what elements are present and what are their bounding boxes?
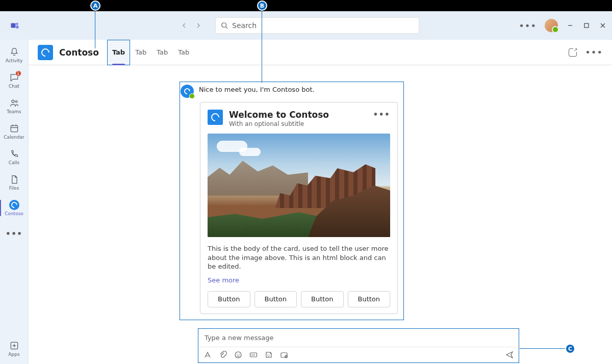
- rail-activity[interactable]: Activity: [0, 43, 29, 67]
- titlebar-more-icon[interactable]: •••: [519, 20, 537, 31]
- compose-toolbar: GIF: [198, 347, 519, 363]
- window-maximize-button[interactable]: [582, 21, 591, 30]
- emoji-icon[interactable]: [234, 351, 242, 359]
- svg-line-4: [226, 27, 228, 29]
- rail-more[interactable]: •••: [0, 221, 29, 246]
- titlebar: Search •••: [0, 11, 612, 40]
- card-button-0[interactable]: Button: [208, 291, 250, 307]
- rail-apps[interactable]: Apps: [0, 336, 29, 361]
- tab-2[interactable]: Tab: [151, 40, 173, 65]
- window-minimize-button[interactable]: [566, 21, 574, 30]
- rail-files[interactable]: Files: [0, 170, 29, 195]
- people-icon: [9, 98, 19, 108]
- app-tabs: Tab Tab Tab Tab: [107, 40, 194, 65]
- message-placeholder: Type a new message: [205, 334, 274, 342]
- app-rail: Activity 1 Chat Teams Calendar Calls Fil…: [0, 40, 29, 364]
- card-subtitle: With an optional subtitle: [229, 120, 367, 127]
- search-icon: [221, 22, 228, 29]
- card-title: Welcome to Contoso: [229, 110, 367, 120]
- svg-point-1: [16, 23, 18, 25]
- canvas: Nice to meet you, I'm Contoso bot. Welco…: [29, 65, 612, 364]
- tab-0[interactable]: Tab: [107, 40, 130, 65]
- svg-point-23: [267, 354, 268, 355]
- chat-badge: 1: [15, 70, 21, 76]
- card-button-3[interactable]: Button: [348, 291, 391, 307]
- tab-1[interactable]: Tab: [130, 40, 151, 65]
- rail-calendar[interactable]: Calendar: [0, 119, 29, 144]
- attach-icon[interactable]: [219, 351, 227, 359]
- bot-intro-text: Nice to meet you, I'm Contoso bot.: [199, 84, 315, 93]
- svg-point-20: [239, 354, 240, 355]
- svg-point-18: [235, 352, 241, 358]
- phone-icon: [9, 149, 19, 159]
- card-body-text: This is the body of the card, used to te…: [208, 244, 390, 271]
- annotation-marker-c: C: [565, 344, 575, 354]
- teams-app-icon: [5, 21, 24, 30]
- card-button-1[interactable]: Button: [254, 291, 297, 307]
- card-more-icon[interactable]: •••: [373, 110, 390, 119]
- bot-avatar-icon: [181, 85, 194, 98]
- rail-contoso[interactable]: Contoso: [0, 196, 29, 220]
- user-avatar[interactable]: [545, 19, 558, 32]
- svg-point-10: [15, 101, 17, 103]
- svg-point-9: [12, 100, 14, 102]
- rail-calls[interactable]: Calls: [0, 145, 29, 169]
- see-more-link[interactable]: See more: [208, 276, 390, 284]
- adaptive-card: Welcome to Contoso With an optional subt…: [200, 102, 398, 314]
- svg-point-3: [222, 23, 226, 28]
- app-more-icon[interactable]: •••: [585, 47, 603, 58]
- compose-box: Type a new message GIF: [198, 328, 519, 363]
- svg-text:GIF: GIF: [251, 353, 255, 356]
- ellipsis-icon: •••: [6, 229, 23, 239]
- app-logo-icon: [38, 45, 53, 60]
- app-header: Contoso Tab Tab Tab Tab •••: [29, 40, 612, 65]
- bell-icon: [9, 47, 19, 57]
- message-input[interactable]: Type a new message: [198, 328, 519, 347]
- gif-icon[interactable]: GIF: [249, 351, 258, 359]
- rail-chat[interactable]: 1 Chat: [0, 68, 29, 93]
- svg-point-19: [237, 354, 238, 355]
- search-placeholder: Search: [232, 21, 257, 30]
- svg-rect-2: [16, 25, 18, 29]
- sticker-icon[interactable]: [265, 351, 273, 359]
- card-button-2[interactable]: Button: [301, 291, 344, 307]
- svg-rect-0: [11, 23, 16, 28]
- search-input[interactable]: Search: [215, 17, 419, 34]
- window-close-button[interactable]: [599, 21, 607, 30]
- apps-icon: [9, 341, 19, 351]
- bot-message-block: Nice to meet you, I'm Contoso bot. Welco…: [180, 82, 404, 320]
- card-image: [208, 134, 390, 237]
- annotation-line-b: [262, 10, 262, 83]
- send-icon[interactable]: [505, 351, 514, 359]
- annotation-marker-b: B: [257, 1, 267, 11]
- popout-icon[interactable]: [569, 48, 577, 57]
- rail-teams[interactable]: Teams: [0, 94, 29, 118]
- tab-3[interactable]: Tab: [173, 40, 194, 65]
- svg-rect-6: [584, 23, 589, 28]
- card-logo-icon: [208, 110, 223, 125]
- extensions-icon[interactable]: [280, 351, 288, 359]
- svg-rect-11: [11, 125, 17, 132]
- annotation-line-c: [520, 348, 566, 349]
- calendar-icon: [9, 123, 19, 134]
- annotation-line-a: [95, 10, 95, 48]
- nav-back-button[interactable]: [177, 19, 191, 32]
- nav-forward-button[interactable]: [192, 19, 205, 32]
- format-icon[interactable]: [203, 351, 212, 359]
- contoso-icon: [9, 200, 19, 210]
- svg-point-24: [269, 354, 269, 355]
- app-title: Contoso: [59, 47, 99, 58]
- main-area: Contoso Tab Tab Tab Tab ••• Nice to meet…: [29, 40, 612, 364]
- file-icon: [9, 174, 19, 185]
- annotation-marker-a: A: [90, 1, 100, 11]
